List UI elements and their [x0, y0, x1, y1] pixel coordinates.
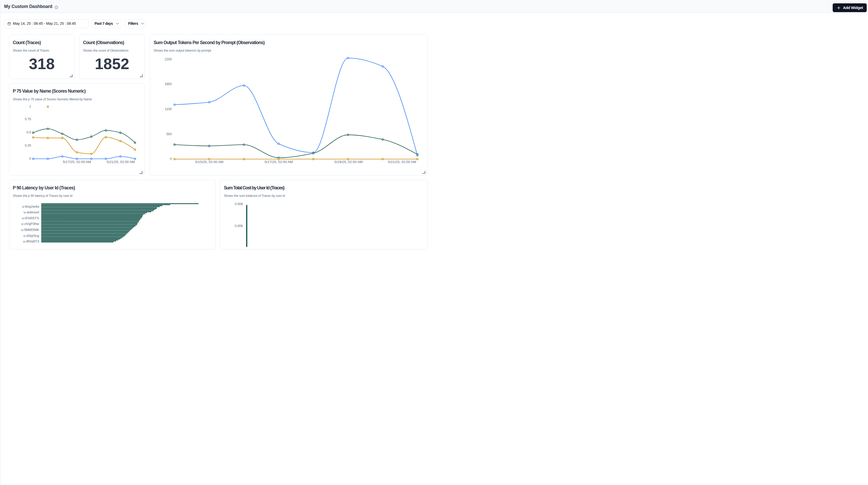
- svg-text:2200: 2200: [164, 58, 172, 61]
- svg-text:1100: 1100: [165, 107, 172, 111]
- svg-text:1: 1: [29, 105, 31, 108]
- svg-text:u-8fVa9T3: u-8fVa9T3: [23, 239, 39, 243]
- svg-text:0.75: 0.75: [25, 117, 31, 121]
- svg-text:5/19/25, 02:00 AM: 5/19/25, 02:00 AM: [334, 160, 363, 164]
- svg-text:u-5M8D56k: u-5M8D56k: [21, 228, 39, 232]
- svg-text:0: 0: [170, 157, 172, 161]
- svg-text:u-tFAR5TX: u-tFAR5TX: [22, 216, 39, 220]
- svg-text:0.25: 0.25: [25, 144, 31, 147]
- svg-text:u-8sq2w4a: u-8sq2w4a: [22, 205, 39, 208]
- svg-text:5/21/25, 02:00 AM: 5/21/25, 02:00 AM: [388, 160, 416, 164]
- svg-text:u-d3qr5cg: u-d3qr5cg: [23, 234, 39, 238]
- svg-text:0.008: 0.008: [235, 202, 243, 206]
- svg-text:u-zVqP3hw: u-zVqP3hw: [21, 222, 39, 226]
- svg-text:0.006: 0.006: [235, 224, 243, 228]
- svg-text:0: 0: [29, 157, 31, 160]
- svg-text:1650: 1650: [164, 82, 172, 86]
- svg-text:550: 550: [166, 132, 172, 136]
- svg-text:u-aobnuxf: u-aobnuxf: [24, 210, 39, 214]
- svg-text:5/17/25, 02:00 AM: 5/17/25, 02:00 AM: [63, 160, 91, 163]
- svg-text:5/21/25, 02:00 AM: 5/21/25, 02:00 AM: [106, 160, 135, 163]
- svg-text:5/17/25, 02:00 AM: 5/17/25, 02:00 AM: [264, 160, 293, 164]
- svg-text:0.5: 0.5: [27, 130, 31, 134]
- svg-text:5/15/25, 02:00 AM: 5/15/25, 02:00 AM: [195, 160, 223, 164]
